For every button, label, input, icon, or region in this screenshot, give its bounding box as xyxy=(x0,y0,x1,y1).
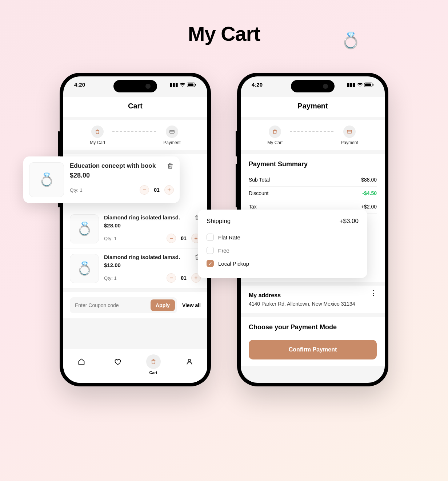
wifi-icon xyxy=(180,83,185,87)
tax-value: +$2.00 xyxy=(361,204,377,210)
qty-plus-button[interactable]: + xyxy=(164,185,174,195)
coupon-input[interactable] xyxy=(75,302,151,308)
bottom-nav: Cart xyxy=(63,349,207,383)
bag-icon xyxy=(91,126,104,138)
product-price: $12.00 xyxy=(104,262,201,268)
progress-steps: My Cart Payment xyxy=(63,120,207,150)
more-icon[interactable]: ⋮ xyxy=(370,292,377,294)
notch xyxy=(113,80,157,92)
signal-icon: ▮▮▮ xyxy=(169,82,178,88)
address-title: My address xyxy=(249,292,355,299)
step-payment[interactable]: Payment xyxy=(341,126,358,145)
product-title: Diamond ring isolated lamsd. xyxy=(104,254,180,260)
card-icon xyxy=(343,126,356,138)
cart-item: 💍 Diamond ring isolated lamsd. $28.00 Qt… xyxy=(63,209,207,249)
qty-minus-button[interactable]: − xyxy=(140,185,149,195)
product-price: $28.00 xyxy=(104,222,201,228)
step-cart[interactable]: My Cart xyxy=(267,126,283,145)
battery-icon xyxy=(187,83,196,87)
svg-rect-7 xyxy=(373,84,373,86)
nav-cart[interactable]: Cart xyxy=(146,354,161,375)
trash-icon[interactable] xyxy=(167,162,174,170)
nav-home[interactable] xyxy=(74,354,89,369)
step-cart[interactable]: My Cart xyxy=(90,126,105,145)
coupon-input-wrapper: Apply xyxy=(70,297,177,313)
shipping-option-label: Free xyxy=(218,247,229,254)
checkbox-checked-icon: ✓ xyxy=(207,260,214,267)
canvas-title: My Cart xyxy=(188,22,260,45)
discount-label: Discount xyxy=(249,190,268,196)
product-price: $28.00 xyxy=(70,172,174,179)
home-icon xyxy=(74,354,89,369)
notch xyxy=(291,80,335,92)
svg-point-4 xyxy=(188,359,191,362)
view-all-link[interactable]: View all xyxy=(182,302,201,308)
shipping-option-label: Local Pickup xyxy=(218,261,249,267)
apply-button[interactable]: Apply xyxy=(151,299,175,311)
status-time: 4:20 xyxy=(252,82,263,88)
product-title: Education concept with book xyxy=(70,162,156,170)
qty-label: Qty: 1 xyxy=(104,275,117,281)
step-payment-label: Payment xyxy=(341,140,358,145)
cart-item: 💍 Diamond ring isolated lamsd. $12.00 Qt… xyxy=(63,249,207,289)
bag-icon xyxy=(269,126,281,138)
nav-cart-label: Cart xyxy=(149,370,157,375)
step-payment-label: Payment xyxy=(163,140,180,145)
step-cart-label: My Cart xyxy=(267,140,283,145)
nav-favorites[interactable] xyxy=(110,354,125,369)
subtotal-label: Sub Total xyxy=(249,177,270,183)
tax-label: Tax xyxy=(249,204,257,210)
coupon-bar: Apply View all xyxy=(63,292,207,318)
svg-rect-1 xyxy=(188,83,193,86)
svg-rect-2 xyxy=(195,84,196,86)
phone-cart: 4:20 ▮▮▮ Cart My Cart xyxy=(60,73,211,386)
checkbox-icon xyxy=(207,234,214,241)
status-icons: ▮▮▮ xyxy=(169,82,196,88)
confirm-payment-button[interactable]: Confirm Payment xyxy=(249,340,377,359)
svg-rect-6 xyxy=(365,83,371,86)
summary-title: Payment Summary xyxy=(249,160,377,168)
qty-label: Qty: 1 xyxy=(104,236,117,241)
product-thumb[interactable]: 💍 xyxy=(70,254,99,283)
svg-rect-8 xyxy=(347,130,352,133)
shipping-option-localpickup[interactable]: ✓ Local Pickup xyxy=(207,257,359,270)
discount-value: -$4.50 xyxy=(362,190,377,196)
qty-value: 01 xyxy=(180,275,188,281)
nav-profile[interactable] xyxy=(182,354,197,369)
qty-minus-button[interactable]: − xyxy=(167,234,176,243)
screen-title: Cart xyxy=(63,97,207,117)
qty-minus-button[interactable]: − xyxy=(167,273,176,283)
payment-mode-title: Choose your Payment Mode xyxy=(249,323,377,331)
payment-mode-section: Choose your Payment Mode Confirm Payment xyxy=(241,317,385,366)
progress-steps: My Cart Payment xyxy=(241,120,385,150)
shipping-title: Shipping xyxy=(207,218,231,225)
heart-icon xyxy=(110,354,125,369)
step-line xyxy=(112,131,156,132)
shipping-option-free[interactable]: Free xyxy=(207,244,359,257)
ring-icon: 💍 xyxy=(341,31,361,50)
card-icon xyxy=(166,126,178,138)
screen-title: Payment xyxy=(241,97,385,117)
wifi-icon xyxy=(357,83,363,87)
qty-value: 01 xyxy=(180,235,188,241)
product-thumb[interactable]: 💍 xyxy=(29,162,64,197)
address-section: My address 4140 Parker Rd. Allentown, Ne… xyxy=(241,286,385,313)
address-text: 4140 Parker Rd. Allentown, New Mexico 31… xyxy=(249,301,355,307)
qty-value: 01 xyxy=(153,187,161,193)
svg-rect-3 xyxy=(170,130,174,133)
shipping-option-flatrate[interactable]: Flat Rate xyxy=(207,231,359,244)
product-thumb[interactable]: 💍 xyxy=(70,214,99,243)
product-title: Diamond ring isolated lamsd. xyxy=(104,214,180,220)
step-payment[interactable]: Payment xyxy=(163,126,180,145)
signal-icon: ▮▮▮ xyxy=(347,82,356,88)
subtotal-value: $88.00 xyxy=(361,177,377,183)
status-icons: ▮▮▮ xyxy=(347,82,374,88)
status-time: 4:20 xyxy=(74,82,85,88)
checkbox-icon xyxy=(207,247,214,254)
shipping-amount: +$3.00 xyxy=(340,218,359,225)
battery-icon xyxy=(364,83,374,87)
qty-label: Qty: 1 xyxy=(70,187,83,193)
step-line xyxy=(290,131,333,132)
featured-cart-card: 💍 Education concept with book $28.00 Qty… xyxy=(23,156,180,203)
user-icon xyxy=(182,354,197,369)
